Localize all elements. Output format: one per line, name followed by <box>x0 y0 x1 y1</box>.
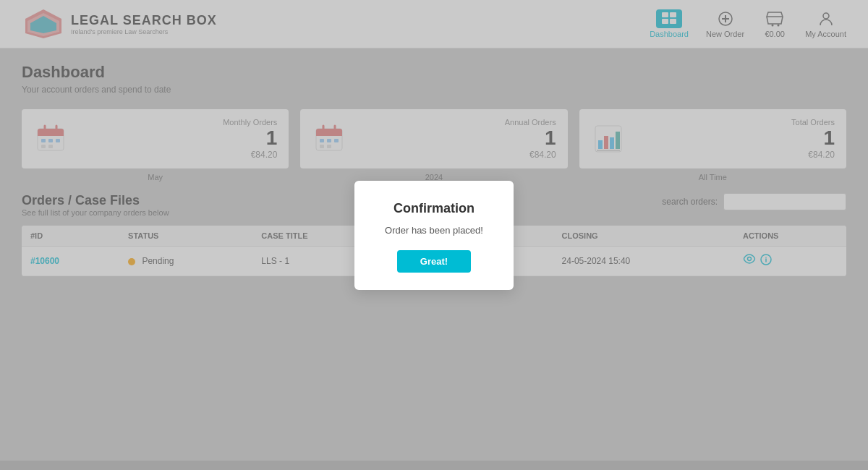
modal-great-button[interactable]: Great! <box>397 250 471 273</box>
modal-overlay: Confirmation Order has been placed! Grea… <box>0 0 868 470</box>
modal-title: Confirmation <box>383 201 485 216</box>
modal: Confirmation Order has been placed! Grea… <box>354 181 514 290</box>
modal-message: Order has been placed! <box>383 225 485 236</box>
